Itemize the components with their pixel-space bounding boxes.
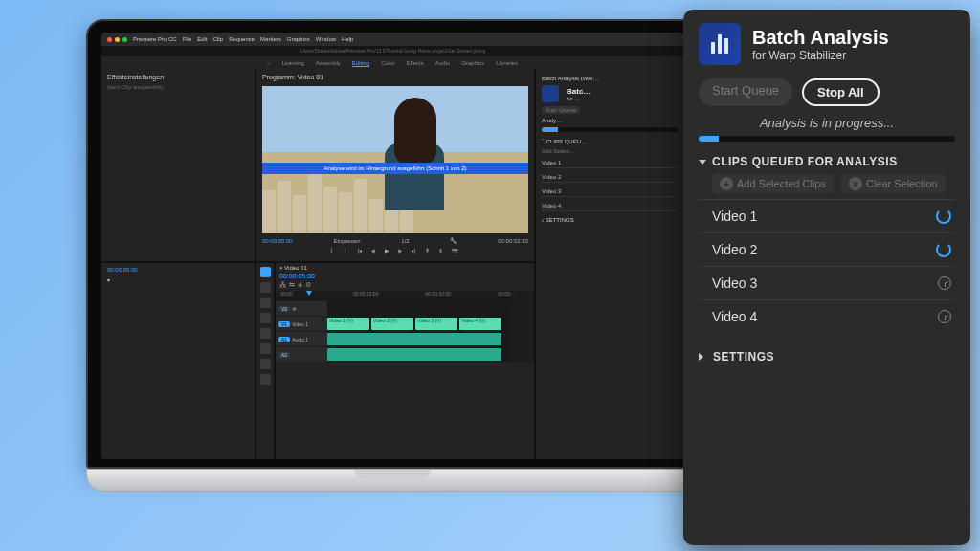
track-select-tool-icon[interactable] <box>260 282 271 293</box>
filter-icon[interactable]: ▾ <box>107 276 110 283</box>
track-badge-v2[interactable]: V2 <box>278 306 290 312</box>
clip-v-3[interactable]: Video 3 (V) <box>415 318 457 330</box>
track-v1[interactable]: V1Video 1 Video 1 (V) Video 2 (V) Video … <box>276 316 534 331</box>
project-panel[interactable]: 00:00:05:00 ▾ <box>101 263 255 459</box>
close-window-icon[interactable] <box>107 37 112 42</box>
type-tool-icon[interactable] <box>260 374 271 385</box>
mini-start-button[interactable]: Start Queue <box>542 106 580 114</box>
effect-controls-panel[interactable]: Effekteinstellungen (kein Clip ausgewähl… <box>101 70 255 261</box>
menu-sequence[interactable]: Sequence <box>229 36 255 42</box>
razor-tool-icon[interactable] <box>260 313 271 323</box>
step-forward-icon[interactable]: |▸ <box>398 247 407 255</box>
tab-editing[interactable]: Editing <box>352 60 369 67</box>
settings-icon[interactable]: ⚙ <box>305 281 311 289</box>
workspace-tab-strip[interactable]: ⌂ Learning Assembly Editing Color Effect… <box>101 56 683 70</box>
queue-item-3[interactable]: Video 3 <box>699 266 955 299</box>
fit-dropdown[interactable]: Einpassen <box>334 238 361 244</box>
export-frame-icon[interactable]: 📷 <box>452 247 460 255</box>
timeline-body[interactable]: × Video 01 00:00:05:00 ⁂ ⇆ ◈ ⚙ 00:00 00:… <box>276 263 534 459</box>
menu-file[interactable]: File <box>183 36 192 42</box>
menu-markers[interactable]: Markers <box>260 36 281 42</box>
track-v2[interactable]: V2👁 <box>276 300 534 316</box>
mini-add-button[interactable]: Add Select… <box>542 148 678 154</box>
maximize-window-icon[interactable] <box>122 37 127 42</box>
clear-selection-button[interactable]: × Clear Selection <box>841 174 946 193</box>
track-a1[interactable]: A1Audio 1 <box>276 331 534 346</box>
timeline-tools[interactable] <box>256 263 274 459</box>
menu-clip[interactable]: Clip <box>213 36 223 42</box>
chevron-right-icon <box>699 353 707 361</box>
track-badge-a2[interactable]: A2 <box>278 352 290 358</box>
extract-icon[interactable]: ⇟ <box>438 247 447 255</box>
menu-help[interactable]: Help <box>342 36 353 42</box>
timeline-panel[interactable]: × Video 01 00:00:05:00 ⁂ ⇆ ◈ ⚙ 00:00 00:… <box>256 263 534 459</box>
clip-v-2[interactable]: Video 2 (V) <box>371 318 413 330</box>
wrench-icon[interactable]: 🔧 <box>450 237 457 244</box>
plugin-docked-panel[interactable]: Batch Analysis (War… Batc… for … Start Q… <box>536 70 683 459</box>
sequence-name[interactable]: × Video 01 <box>279 265 307 271</box>
tab-audio[interactable]: Audio <box>435 60 450 66</box>
lift-icon[interactable]: ⇞ <box>425 247 434 255</box>
clock-icon <box>938 276 951 290</box>
pen-tool-icon[interactable] <box>260 343 271 354</box>
track-a2[interactable]: A2 <box>276 346 534 362</box>
minimize-window-icon[interactable] <box>115 37 120 42</box>
menu-graphics[interactable]: Graphics <box>287 36 310 42</box>
clip-v-4[interactable]: Video 4 (V) <box>459 318 501 330</box>
mini-item-4[interactable]: Video 4 <box>542 201 678 211</box>
x-icon: × <box>849 177 862 190</box>
marker-icon[interactable]: ◈ <box>298 281 302 289</box>
track-badge-a1[interactable]: A1 <box>278 337 290 342</box>
queue-section-header[interactable]: CLIPS QUEUED FOR ANALYSIS <box>699 155 955 168</box>
tab-color[interactable]: Color <box>381 60 394 66</box>
window-traffic-lights[interactable] <box>107 37 127 42</box>
video-preview[interactable]: Analyse wird im Hintergrund ausgeführt (… <box>262 86 528 233</box>
snap-icon[interactable]: ⁂ <box>279 281 286 289</box>
mark-in-icon[interactable]: { <box>331 247 340 255</box>
step-back-icon[interactable]: ◂| <box>371 247 380 255</box>
linked-selection-icon[interactable]: ⇆ <box>289 281 295 289</box>
mark-out-icon[interactable]: } <box>345 247 353 255</box>
menu-items[interactable]: File Edit Clip Sequence Markers Graphics… <box>183 36 354 42</box>
batch-analysis-panel[interactable]: Batch Analysis for Warp Stabilizer Start… <box>683 10 970 545</box>
ruler-tick-1: 00:00:15:00 <box>353 291 378 297</box>
mini-queue-section[interactable]: ˅ CLIPS QUEU… <box>542 138 678 144</box>
mini-item-2[interactable]: Video 2 <box>542 172 678 183</box>
tab-libraries[interactable]: Libraries <box>496 60 518 66</box>
monitor-play-controls[interactable]: { } |◂ ◂| ▶ |▸ ▸| ⇞ ⇟ 📷 <box>262 244 528 257</box>
screen-bezel: Premiere Pro CC File Edit Clip Sequence … <box>86 19 699 469</box>
stop-all-button[interactable]: Stop All <box>802 78 880 106</box>
menu-edit[interactable]: Edit <box>197 36 207 42</box>
track-badge-v1[interactable]: V1 <box>278 321 290 327</box>
mini-settings-section[interactable]: › SETTINGS <box>542 217 678 223</box>
track-v1-body[interactable]: Video 1 (V) Video 2 (V) Video 3 (V) Vide… <box>327 317 511 331</box>
play-icon[interactable]: ▶ <box>385 247 393 255</box>
go-to-out-icon[interactable]: ▸| <box>412 247 420 255</box>
tab-assembly[interactable]: Assembly <box>316 60 341 66</box>
add-selected-clips-button[interactable]: + Add Selected Clips <box>712 174 834 193</box>
clip-a-2[interactable] <box>327 348 501 361</box>
clip-a-1[interactable] <box>327 333 501 345</box>
tab-effects[interactable]: Effects <box>407 60 424 66</box>
slip-tool-icon[interactable] <box>260 328 271 339</box>
tab-graphics[interactable]: Graphics <box>461 60 484 66</box>
analysis-banner: Analyse wird im Hintergrund ausgeführt (… <box>262 163 528 174</box>
home-icon[interactable]: ⌂ <box>267 60 271 66</box>
menu-window[interactable]: Window <box>316 36 336 42</box>
timeline-ruler[interactable]: 00:00 00:00:15:00 00:00:30:00 00:00:… <box>276 291 534 300</box>
start-queue-button[interactable]: Start Queue <box>699 78 792 106</box>
clip-v-1[interactable]: Video 1 (V) <box>327 318 369 330</box>
mini-panel-tab[interactable]: Batch Analysis (War… <box>542 76 678 81</box>
selection-tool-icon[interactable] <box>260 267 271 277</box>
mini-item-1[interactable]: Video 1 <box>542 158 678 168</box>
go-to-in-icon[interactable]: |◂ <box>358 247 367 255</box>
tab-learning[interactable]: Learning <box>281 60 303 66</box>
ripple-tool-icon[interactable] <box>260 298 271 308</box>
playhead-icon[interactable] <box>306 291 312 296</box>
mini-item-3[interactable]: Video 3 <box>542 187 678 197</box>
queue-item-1[interactable]: Video 1 <box>699 199 955 232</box>
settings-section-header[interactable]: SETTINGS <box>699 350 955 364</box>
hand-tool-icon[interactable] <box>260 359 271 369</box>
queue-item-4[interactable]: Video 4 <box>699 299 955 333</box>
queue-item-2[interactable]: Video 2 <box>699 232 955 266</box>
